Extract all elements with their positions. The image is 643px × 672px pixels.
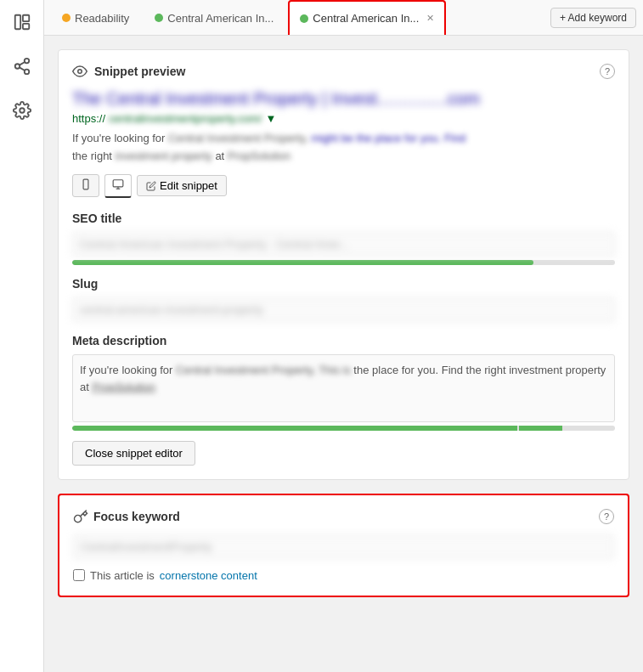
snippet-preview-header: Snippet preview ? [72,64,615,79]
layout-icon[interactable] [7,7,37,37]
svg-rect-1 [22,15,28,21]
cornerstone-text: This article is [90,569,155,582]
meta-description-section: Meta description If you're looking for C… [72,334,615,431]
meta-desc-blurred1: Central Investment Property, [176,362,316,380]
central2-dot [300,14,308,23]
snippet-preview-card: Snippet preview ? The Central Investment… [58,49,629,480]
seo-title-progress-fill [72,260,533,265]
snippet-content: The Central Investment Property | Invest… [72,89,615,166]
edit-snippet-button[interactable]: Edit snippet [137,175,227,196]
snippet-preview-label: Snippet preview [94,65,185,78]
meta-desc-progress-green2 [519,426,562,431]
focus-keyword-header: Focus keyword ? [73,509,614,524]
seo-title-progress-bar [72,260,615,265]
eye-icon [72,64,87,79]
tab-bar: Readability Central American In... Centr… [44,0,643,36]
snippet-url-blurred: centralinvestmentproperty.com/ [109,112,262,125]
snippet-help-icon[interactable]: ? [600,64,615,79]
svg-rect-2 [22,24,28,29]
meta-description-label: Meta description [72,334,615,347]
slug-section: Slug [72,277,615,322]
focus-keyword-label: Focus keyword [93,510,180,523]
tab-readability-label: Readability [75,12,129,25]
slug-label: Slug [72,277,615,291]
snippet-desc-blurred1: Central Investment Property, [168,130,308,148]
tab-readability[interactable]: Readability [51,0,140,35]
snippet-https: https:// [72,112,105,125]
tab-close-icon[interactable]: ✕ [426,14,434,23]
focus-keyword-card: Focus keyword ? This article is cornerst… [58,494,629,597]
focus-keyword-input[interactable] [73,534,614,559]
focus-keyword-title-row: Focus keyword [73,509,180,524]
svg-rect-0 [14,15,20,30]
edit-snippet-label: Edit snippet [160,179,217,192]
svg-point-3 [24,59,29,64]
cornerstone-row: This article is cornerstone content [73,569,614,582]
snippet-preview-title-row: Snippet preview [72,64,185,79]
share-icon[interactable] [7,51,37,82]
meta-desc-text1: If you're looking for [80,364,176,376]
meta-desc-blurred2: This is [319,362,351,380]
pencil-icon [146,181,156,191]
meta-desc-progress-empty [562,426,615,431]
svg-point-9 [78,70,82,74]
svg-point-5 [24,70,29,75]
snippet-desc-text3: at [215,150,227,162]
meta-desc-blurred3: PropSolution [92,379,155,397]
svg-point-8 [20,108,25,113]
tab-central-american-2[interactable]: Central American In... ✕ [288,0,446,35]
svg-line-7 [19,62,24,65]
main-panel: Readability Central American In... Centr… [44,0,643,672]
meta-desc-progress-inner [72,426,615,431]
tab-central-american-1[interactable]: Central American In... [144,0,285,35]
snippet-description: If you're looking for Central Investment… [72,130,615,166]
slug-input[interactable] [72,297,615,322]
tab-central2-label: Central American In... [313,12,419,25]
settings-icon[interactable] [7,95,37,126]
content-area: Snippet preview ? The Central Investment… [44,36,643,611]
snippet-desc-text2: the right [72,150,116,162]
readability-dot [62,14,71,22]
svg-rect-12 [113,179,123,186]
snippet-desc-blurred3: investment property [116,148,212,166]
mobile-device-button[interactable] [72,174,99,197]
snippet-url-row: https:// centralinvestmentproperty.com/ … [72,112,615,125]
seo-title-input[interactable] [72,232,615,257]
sidebar [0,0,44,672]
focus-keyword-help-icon[interactable]: ? [599,509,614,524]
desktop-device-button[interactable] [104,174,132,198]
add-keyword-button[interactable]: + Add keyword [550,8,636,28]
device-toggle-row: Edit snippet [72,174,615,198]
tab-central1-label: Central American In... [167,12,274,25]
cornerstone-link[interactable]: cornerstone content [160,569,257,582]
snippet-desc-blurred4: PropSolution [228,148,290,166]
central1-dot [155,14,163,22]
meta-desc-progress-green [72,426,517,431]
snippet-desc-text1: If you're looking for [72,132,168,144]
seo-title-label: SEO title [72,212,615,225]
svg-rect-10 [83,179,88,189]
meta-description-content: If you're looking for Central Investment… [72,354,615,422]
cornerstone-checkbox[interactable] [73,569,85,581]
svg-line-6 [19,67,24,71]
url-dropdown-icon[interactable]: ▼ [265,112,276,125]
close-snippet-button[interactable]: Close snippet editor [72,441,195,466]
seo-title-section: SEO title [72,212,615,265]
snippet-desc-blurred2: might be the place for you. Find [311,130,465,148]
svg-point-4 [14,64,20,69]
key-icon [73,509,88,524]
meta-desc-progress-bar [72,426,615,431]
snippet-title: The Central Investment Property | Invest… [72,89,615,109]
